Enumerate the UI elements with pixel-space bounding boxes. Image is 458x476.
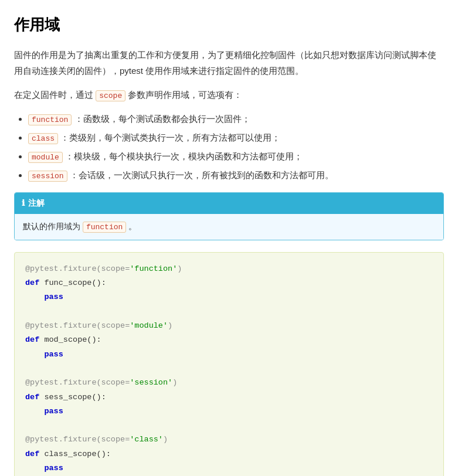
list-item-text-0: ：函数级，每个测试函数都会执行一次固件； bbox=[74, 114, 250, 124]
list-item-code-1: class bbox=[28, 133, 58, 144]
note-header: ℹ 注解 bbox=[15, 193, 443, 214]
list-item-code-2: module bbox=[28, 152, 63, 163]
note-body: 默认的作用域为 function 。 bbox=[15, 214, 443, 240]
list-item: session ：会话级，一次测试只执行一次，所有被找到的函数和方法都可用。 bbox=[28, 168, 444, 183]
note-header-label: 注解 bbox=[28, 196, 45, 210]
list-item: class ：类级别，每个测试类执行一次，所有方法都可以使用； bbox=[28, 130, 444, 145]
code-block: @pytest.fixture(scope='function') def fu… bbox=[14, 252, 444, 476]
intro2-suffix: 参数声明作用域，可选项有： bbox=[128, 90, 242, 100]
note-icon: ℹ bbox=[22, 196, 25, 210]
list-item: module ：模块级，每个模块执行一次，模块内函数和方法都可使用； bbox=[28, 149, 444, 164]
note-body-suffix: 。 bbox=[128, 222, 137, 231]
scope-code-inline: scope bbox=[96, 90, 125, 101]
scope-list: function ：函数级，每个测试函数都会执行一次固件； class ：类级别… bbox=[28, 111, 444, 183]
list-item: function ：函数级，每个测试函数都会执行一次固件； bbox=[28, 111, 444, 127]
list-item-text-1: ：类级别，每个测试类执行一次，所有方法都可以使用； bbox=[60, 132, 280, 142]
note-box: ℹ 注解 默认的作用域为 function 。 bbox=[14, 192, 444, 240]
intro-paragraph-1: 固件的作用是为了抽离出重复的工作和方便复用，为了更精细化控制固件（比如只想对数据… bbox=[14, 47, 444, 79]
list-item-text-3: ：会话级，一次测试只执行一次，所有被找到的函数和方法都可用。 bbox=[70, 170, 334, 180]
note-function-code: function bbox=[83, 222, 126, 233]
list-item-code-0: function bbox=[28, 114, 72, 125]
intro-paragraph-2: 在定义固件时，通过 scope 参数声明作用域，可选项有： bbox=[14, 87, 444, 103]
list-item-text-2: ：模块级，每个模块执行一次，模块内函数和方法都可使用； bbox=[65, 151, 303, 161]
note-body-prefix: 默认的作用域为 bbox=[23, 222, 80, 231]
list-item-code-3: session bbox=[28, 171, 67, 182]
intro2-prefix: 在定义固件时，通过 bbox=[14, 90, 93, 100]
page-title: 作用域 bbox=[14, 12, 444, 38]
